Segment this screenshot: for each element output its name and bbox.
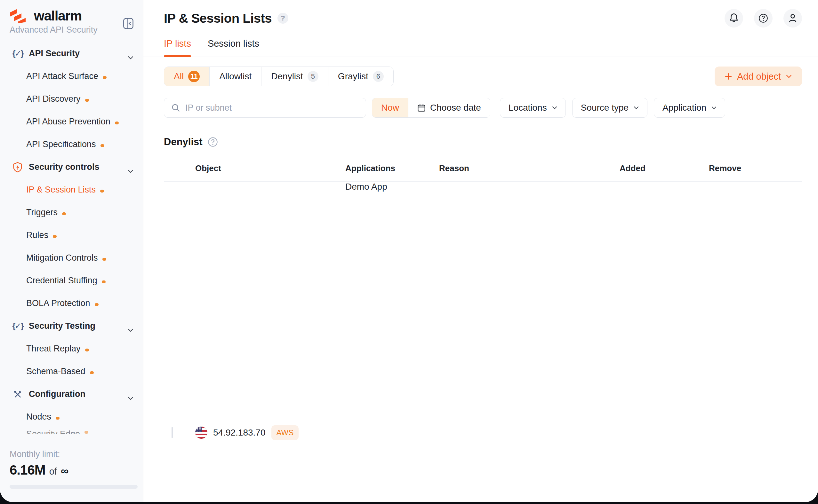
notification-dot	[102, 258, 106, 261]
chevron-down-icon	[552, 106, 557, 109]
sidebar-item-label: Threat Replay	[26, 344, 81, 354]
sidebar-item[interactable]: IP & Session Lists	[0, 178, 143, 201]
braces-check-icon: {✓}	[12, 321, 23, 332]
notification-dot	[102, 280, 106, 283]
notification-dot	[100, 144, 104, 147]
chevron-down-icon[interactable]	[128, 392, 133, 396]
denylist-section: Denylist Object Applications Reason Adde…	[164, 136, 802, 502]
sidebar-item-label: Schema-Based	[26, 366, 85, 376]
user-profile-icon[interactable]	[783, 9, 802, 28]
denylist-rows: 54.92.183.70 AWS Demo App Bruteforce Tri…	[164, 182, 802, 502]
search-input[interactable]	[185, 103, 359, 113]
page-help-icon[interactable]: ?	[277, 13, 288, 24]
segment-denylist[interactable]: Denylist5	[261, 67, 328, 86]
main-content: IP & Session Lists ? IP lists Session li…	[143, 0, 818, 502]
infinity-symbol: ∞	[61, 465, 68, 477]
sidebar-item[interactable]: Nodes	[0, 406, 143, 428]
count-badge: 5	[307, 71, 318, 82]
sidebar-section[interactable]: Security controls	[0, 156, 143, 178]
sidebar-section-label: API Security	[29, 49, 80, 59]
sidebar-item-label: API Discovery	[26, 94, 81, 104]
date-filter-group: Now Choose date	[372, 98, 490, 118]
notifications-bell-icon[interactable]	[725, 9, 743, 28]
plus-icon	[725, 73, 732, 80]
sidebar-section[interactable]: {✓} Security Testing	[0, 315, 143, 337]
tab-ip-lists[interactable]: IP lists	[164, 38, 191, 57]
logo-text: wallarm	[34, 8, 82, 24]
sidebar-item-label: IP & Session Lists	[26, 185, 96, 195]
sidebar-item-label: Nodes	[26, 412, 51, 422]
sidebar-item-label: Rules	[26, 230, 48, 240]
denylist-header: Object Applications Reason Added Remove	[164, 155, 802, 182]
logo-block: wallarm Advanced API Security	[0, 0, 143, 38]
sidebar-item[interactable]: Credential Stuffing	[0, 269, 143, 292]
tab-session-lists[interactable]: Session lists	[208, 38, 259, 57]
sidebar-section[interactable]: {✓} API Security	[0, 42, 143, 65]
sidebar-item-label: API Abuse Prevention	[26, 117, 110, 127]
sidebar-item[interactable]: API Abuse Prevention	[0, 110, 143, 133]
notification-dot	[85, 99, 89, 102]
sidebar-item[interactable]: API Specifications	[0, 133, 143, 156]
notification-dot	[100, 190, 104, 193]
sidebar-item[interactable]: Threat Replay	[0, 337, 143, 360]
sidebar-item[interactable]: Schema-Based	[0, 360, 143, 383]
sidebar-item[interactable]: API Discovery	[0, 88, 143, 110]
sidebar-item-label: API Attack Surface	[26, 71, 98, 81]
chevron-down-icon[interactable]	[128, 165, 133, 169]
wallarm-logo-icon	[10, 9, 29, 23]
locations-dropdown[interactable]: Locations	[500, 98, 566, 118]
sidebar-item[interactable]: API Attack Surface	[0, 65, 143, 88]
shield-bolt-icon	[12, 162, 23, 173]
notification-dot	[115, 122, 119, 124]
row-checkbox[interactable]	[171, 427, 173, 438]
source-type-dropdown[interactable]: Source type	[572, 98, 647, 118]
sidebar-item[interactable]: Security Edge	[0, 428, 143, 434]
sidebar-item[interactable]: BOLA Protection	[0, 292, 143, 315]
segment-allowlist[interactable]: Allowlist	[209, 67, 261, 86]
notification-dot	[85, 349, 89, 351]
denylist-help-icon[interactable]	[208, 137, 218, 147]
chevron-down-icon[interactable]	[128, 324, 133, 328]
sidebar-section[interactable]: Configuration	[0, 383, 143, 406]
notification-dot	[84, 431, 88, 434]
application-dropdown[interactable]: Application	[654, 98, 725, 118]
notification-dot	[56, 417, 60, 420]
add-object-button[interactable]: Add object	[715, 67, 802, 86]
help-icon[interactable]	[754, 9, 773, 28]
now-toggle[interactable]: Now	[372, 98, 408, 117]
ip-address[interactable]: 54.92.183.70	[213, 428, 266, 438]
segment-all[interactable]: All11	[164, 67, 209, 86]
notification-dot	[90, 371, 94, 374]
sidebar-item-label: Triggers	[26, 208, 58, 217]
chevron-down-icon	[786, 75, 792, 78]
sidebar-item[interactable]: Rules	[0, 224, 143, 247]
sidebar-section-label: Security Testing	[29, 321, 95, 331]
choose-date-button[interactable]: Choose date	[408, 98, 490, 117]
sidebar: wallarm Advanced API Security {✓} API Se…	[0, 0, 143, 502]
table-row: 54.92.183.70 AWS Demo App Bruteforce Tri…	[164, 182, 802, 502]
logo-subtitle: Advanced API Security	[10, 25, 137, 35]
count-badge: 6	[373, 71, 384, 82]
sidebar-item[interactable]: Mitigation Controls	[0, 247, 143, 269]
monthly-limit-of: of	[49, 466, 57, 477]
monthly-limit-progressbar	[10, 485, 138, 489]
object-cell: 54.92.183.70 AWS	[195, 425, 345, 440]
monthly-limit-value: 6.16M	[10, 462, 45, 478]
segment-graylist[interactable]: Graylist6	[328, 67, 393, 86]
sidebar-item-label: BOLA Protection	[26, 298, 90, 308]
notification-dot	[53, 235, 57, 238]
page-title: IP & Session Lists	[164, 11, 272, 26]
monthly-limit-block: Monthly limit: 6.16M of ∞	[0, 449, 143, 502]
tools-icon	[12, 389, 23, 400]
applications-cell: Demo App	[345, 182, 818, 502]
sidebar-item-label: API Specifications	[26, 139, 96, 149]
braces-check-icon: {✓}	[12, 48, 23, 59]
sidebar-item[interactable]: Triggers	[0, 201, 143, 224]
chevron-down-icon[interactable]	[128, 52, 133, 56]
sidebar-collapse-icon[interactable]	[123, 18, 133, 29]
row-checkbox-cell	[164, 428, 195, 438]
notification-dot	[62, 212, 66, 215]
sidebar-item-label: Credential Stuffing	[26, 276, 97, 286]
source-tag: AWS	[271, 425, 299, 440]
sidebar-section-label: Security controls	[29, 162, 99, 172]
